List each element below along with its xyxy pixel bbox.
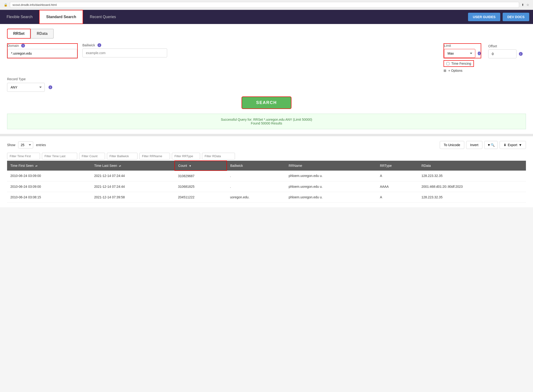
filter-time-last[interactable]	[42, 153, 77, 159]
success-line1: Successful Query for: RRSet *.uoregon.ed…	[11, 118, 522, 121]
record-type-section: Record Type ANY A AAAA CNAME MX NS PTR S…	[7, 77, 526, 92]
filter-icon: ▼🔍	[487, 143, 495, 147]
cell-bailiwick: .	[227, 171, 285, 182]
sort-icon-time-last: ⇌	[119, 164, 121, 167]
cell-time-first: 2010-06-24 03:09:00	[7, 171, 91, 182]
offset-input[interactable]	[488, 49, 517, 58]
table-actions: To Unicode Invert ▼🔍 ⬇ Export ▼	[440, 141, 526, 149]
filter-time-first[interactable]	[7, 153, 40, 159]
show-label: Show	[7, 143, 15, 147]
type-tabs: RRSet RData	[7, 29, 526, 39]
cell-rdata: 128.223.32.35	[418, 192, 526, 203]
bailiwick-label: Bailiwick i	[82, 43, 167, 47]
to-unicode-button[interactable]: To Unicode	[440, 141, 464, 149]
tab-standard-search[interactable]: Standard Search	[39, 10, 83, 24]
user-guides-button[interactable]: USER GUIDES	[468, 13, 500, 21]
export-dropdown-icon: ▼	[519, 143, 522, 147]
cell-count: 310681825	[175, 182, 227, 192]
cell-time-last: 2021-12-14 07:24:44	[91, 182, 175, 192]
options-expand-icon: ⊞	[443, 69, 446, 72]
cell-count: 204511222	[175, 192, 227, 203]
sort-icon-time-first: ⇌	[35, 164, 38, 167]
type-tab-rdata[interactable]: RData	[31, 29, 54, 39]
filter-icon-button[interactable]: ▼🔍	[484, 141, 498, 149]
record-type-info-icon[interactable]: i	[48, 85, 52, 89]
cell-rrtype: A	[377, 171, 418, 182]
time-fencing-label: Time Fencing	[451, 62, 471, 65]
time-fencing-checkbox[interactable]	[446, 62, 449, 65]
sort-icon-count: ▼	[189, 164, 191, 167]
cell-rdata: 2001:468:d01:20::80df:2023	[418, 182, 526, 192]
table-row: 2010-06-24 03:09:00 2021-12-14 07:24:44 …	[7, 182, 526, 192]
cell-rrname: phloem.uoregon.edu u.	[285, 182, 377, 192]
filter-rrname[interactable]	[139, 153, 170, 159]
table-controls: Show 25 10 50 100 entries To Unicode Inv…	[7, 141, 526, 149]
filters-row	[7, 153, 526, 159]
options-row[interactable]: ⊞ + Options	[443, 69, 462, 72]
col-count[interactable]: Count ▼	[175, 161, 227, 171]
cell-time-last: 2021-12-14 07:39:58	[91, 192, 175, 203]
time-fencing-row[interactable]: Time Fencing	[443, 60, 474, 67]
dev-docs-button[interactable]: DEV DOCS	[503, 13, 529, 21]
col-time-last[interactable]: Time Last Seen ⇌	[91, 161, 175, 171]
tab-recent-queries[interactable]: Recent Queries	[83, 10, 123, 24]
cell-time-first: 2010-06-24 03:08:15	[7, 192, 91, 203]
entries-select[interactable]: 25 10 50 100	[18, 141, 33, 149]
table-header-row: Time First Seen ⇌ Time Last Seen ⇌ Count…	[7, 161, 526, 171]
cell-rrname: phloem.uoregon.edu u.	[285, 192, 377, 203]
offset-group: Offset i	[488, 44, 526, 58]
cell-rrtype: AAAA	[377, 182, 418, 192]
right-controls: Limit Max 1000 5000 10000 50000 i	[443, 43, 526, 72]
limit-group: Limit Max 1000 5000 10000 50000 i	[443, 43, 481, 58]
data-table: Time First Seen ⇌ Time Last Seen ⇌ Count…	[7, 160, 526, 203]
nav-right: USER GUIDES DEV DOCS	[464, 10, 533, 24]
record-type-label: Record Type	[7, 77, 526, 81]
cell-time-last: 2021-12-14 07:24:44	[91, 171, 175, 182]
col-rrtype: RRType	[377, 161, 418, 171]
limit-label: Limit	[444, 44, 481, 47]
record-type-select[interactable]: ANY A AAAA CNAME MX NS PTR SOA TXT	[7, 83, 45, 92]
share-icon: ⬆	[521, 3, 524, 7]
section-divider	[0, 134, 533, 136]
cell-count: 310829687	[175, 171, 227, 182]
entries-text: entries	[36, 143, 46, 147]
invert-button[interactable]: Invert	[466, 141, 482, 149]
bailiwick-info-icon[interactable]: i	[98, 43, 101, 47]
table-body: 2010-06-24 03:09:00 2021-12-14 07:24:44 …	[7, 171, 526, 203]
filter-rdata[interactable]	[202, 153, 235, 159]
domain-label: Domain i	[8, 44, 77, 47]
col-rrname: RRName	[285, 161, 377, 171]
bailiwick-input[interactable]	[82, 48, 167, 57]
domain-info-icon[interactable]: i	[21, 44, 25, 47]
cell-rrname: phloem.uoregon.edu u.	[285, 171, 377, 182]
bailiwick-group: Bailiwick i	[82, 43, 167, 57]
table-row: 2010-06-24 03:08:15 2021-12-14 07:39:58 …	[7, 192, 526, 203]
limit-select[interactable]: Max 1000 5000 10000 50000	[444, 49, 475, 58]
cell-rrtype: A	[377, 192, 418, 203]
domain-group: Domain i	[7, 43, 78, 58]
filter-count[interactable]	[79, 153, 105, 159]
form-area: Domain i Bailiwick i Limit	[7, 43, 526, 72]
browser-bar: 🔒 scout.dnsdb.info/dashboard.html ⬆ ☆	[0, 0, 533, 10]
offset-label: Offset	[488, 44, 526, 48]
browser-url[interactable]: scout.dnsdb.info/dashboard.html	[10, 2, 519, 8]
col-time-first[interactable]: Time First Seen ⇌	[7, 161, 91, 171]
limit-info-icon[interactable]: i	[478, 51, 481, 55]
filter-rrtype[interactable]	[172, 153, 200, 159]
filter-bailiwick[interactable]	[107, 153, 137, 159]
export-button[interactable]: ⬇ Export ▼	[500, 141, 526, 149]
domain-input[interactable]	[8, 49, 77, 58]
cell-bailiwick: .	[227, 182, 285, 192]
record-type-row: ANY A AAAA CNAME MX NS PTR SOA TXT i	[7, 83, 526, 92]
search-button[interactable]: SEARCH	[241, 97, 292, 109]
nav-tabs: Flexible Search Standard Search Recent Q…	[0, 10, 464, 24]
tab-flexible-search[interactable]: Flexible Search	[0, 10, 39, 24]
search-btn-area: SEARCH	[7, 97, 526, 109]
limit-offset-row: Limit Max 1000 5000 10000 50000 i	[443, 43, 526, 58]
nav-bar: Flexible Search Standard Search Recent Q…	[0, 10, 533, 24]
export-label: Export	[508, 143, 517, 147]
type-tab-rrset[interactable]: RRSet	[7, 29, 31, 39]
success-banner: Successful Query for: RRSet *.uoregon.ed…	[7, 114, 526, 129]
offset-info-icon[interactable]: i	[519, 52, 523, 56]
options-label: + Options	[448, 69, 462, 72]
